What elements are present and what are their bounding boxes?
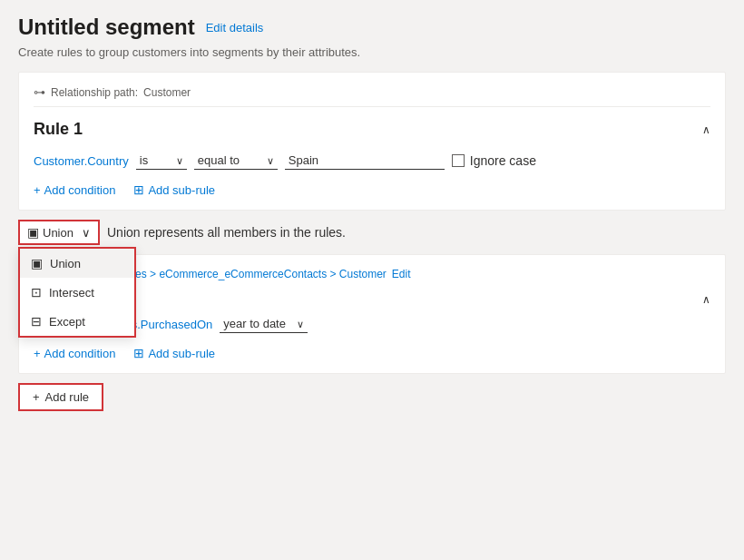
rule1-collapse-icon[interactable]: ∧ <box>702 123 710 136</box>
rule1-operator-wrapper: is is not <box>136 152 187 170</box>
rule1-add-sub-rule-button[interactable]: ⊞ Add sub-rule <box>133 182 215 197</box>
union-bar: ▣ Union ∨ Union represents all members i… <box>18 220 726 245</box>
union-dropdown-menu: ▣ Union ⊡ Intersect ⊟ Except <box>18 247 136 338</box>
union-option-union[interactable]: ▣ Union <box>20 249 134 278</box>
sub-rule-icon-2: ⊞ <box>133 346 144 360</box>
edit-details-link[interactable]: Edit details <box>206 21 264 34</box>
rule1-comparator-wrapper: equal to not equal to contains <box>194 152 278 170</box>
rule2-date-range-wrapper: year to date last 30 days last 7 days sp… <box>220 315 308 333</box>
union-dropdown-button[interactable]: ▣ Union ∨ <box>18 220 100 245</box>
rule1-operator-select[interactable]: is is not <box>136 152 187 170</box>
ignore-case-wrapper: Ignore case <box>452 153 536 168</box>
union-option-except[interactable]: ⊟ Except <box>20 307 134 336</box>
add-rule-button[interactable]: + Add rule <box>18 383 103 411</box>
rule1-condition-row: Customer.Country is is not equal to not … <box>34 152 710 170</box>
union-description: Union represents all members in the rule… <box>107 225 346 240</box>
ignore-case-checkbox[interactable] <box>452 154 465 167</box>
page-title: Untitled segment <box>18 15 195 40</box>
add-rule-label: Add rule <box>45 390 89 404</box>
relationship-bar: ⊶ Relationship path: Customer <box>34 85 710 99</box>
union-icon: ▣ <box>27 225 39 240</box>
rule1-header: Rule 1 ∧ <box>34 120 710 139</box>
rule2-add-condition-button[interactable]: + Add condition <box>34 347 115 360</box>
add-rule-plus-icon: + <box>33 390 40 404</box>
except-option-icon: ⊟ <box>31 314 42 329</box>
relationship-path-label: Relationship path: <box>51 86 138 99</box>
page-header: Untitled segment Edit details <box>18 15 726 40</box>
intersect-option-icon: ⊡ <box>31 285 42 300</box>
rule1-value-input[interactable] <box>285 152 445 170</box>
rule1-title: Rule 1 <box>34 120 83 139</box>
except-option-label: Except <box>49 315 85 329</box>
rule2-edit-link[interactable]: Edit <box>392 268 411 280</box>
relationship-icon: ⊶ <box>34 85 45 99</box>
intersect-option-label: Intersect <box>49 286 94 300</box>
rule1-field-label: Customer.Country <box>34 154 129 168</box>
rule1-add-condition-button[interactable]: + Add condition <box>34 183 115 197</box>
page-container: Untitled segment Edit details Create rul… <box>0 0 744 426</box>
relationship-path-value: Customer <box>143 86 191 99</box>
rule2-action-row: + Add condition ⊞ Add sub-rule <box>34 346 710 360</box>
sub-rule-icon: ⊞ <box>133 182 144 197</box>
ignore-case-label: Ignore case <box>470 153 536 168</box>
rule1-comparator-select[interactable]: equal to not equal to contains <box>194 152 278 170</box>
plus-icon-2: + <box>34 347 41 360</box>
union-selected-label: Union <box>43 226 73 240</box>
rule2-date-range-select[interactable]: year to date last 30 days last 7 days sp… <box>220 315 308 333</box>
plus-icon: + <box>34 183 41 197</box>
rule1-action-row: + Add condition ⊞ Add sub-rule <box>34 182 710 197</box>
union-chevron-icon: ∨ <box>82 226 91 240</box>
union-section: ▣ Union ∨ Union represents all members i… <box>18 220 726 245</box>
page-subtitle: Create rules to group customers into seg… <box>18 45 726 59</box>
union-option-icon: ▣ <box>31 256 43 270</box>
union-option-label: Union <box>50 257 81 270</box>
rule2-collapse-icon[interactable]: ∧ <box>702 293 710 306</box>
union-option-intersect[interactable]: ⊡ Intersect <box>20 278 134 307</box>
rule2-add-sub-rule-button[interactable]: ⊞ Add sub-rule <box>133 346 215 360</box>
rule1-card: ⊶ Relationship path: Customer Rule 1 ∧ C… <box>18 72 726 211</box>
